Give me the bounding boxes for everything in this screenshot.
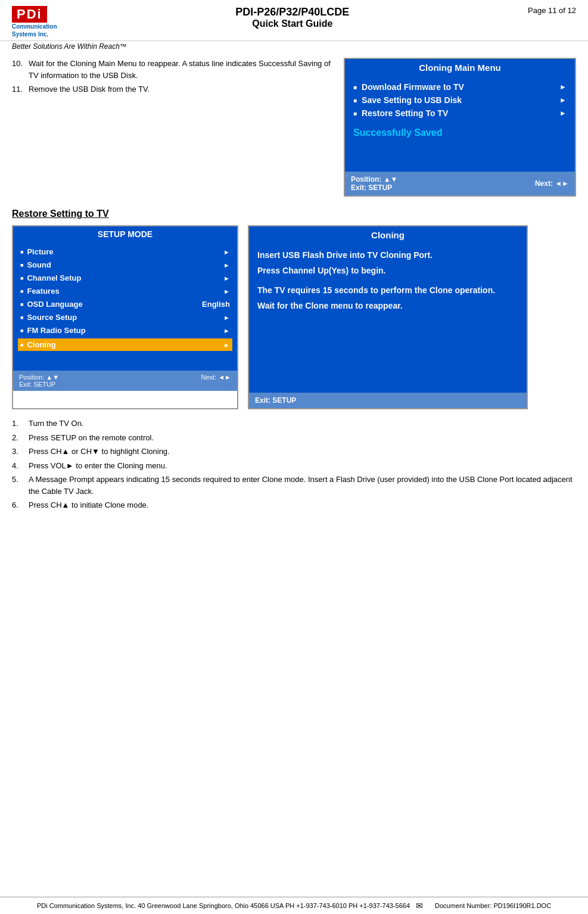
cloning-screen-body: Insert USB Flash Drive into TV Cloning P… [249, 244, 527, 375]
restore-step-2: 2. Press SETUP on the remote control. [12, 432, 576, 444]
product-title: PDI-P26/P32/P40LCDE [57, 6, 528, 18]
s-arrow-7: ► [223, 327, 230, 334]
cloning-menu-body: ■ Download Firmware to TV ► ■ Save Setti… [345, 76, 575, 172]
setup-item-features: ■ Features ► [20, 286, 230, 296]
setup-osd-value: English [202, 300, 230, 309]
setup-footer-left: Position: ▲▼ Exit: SETUP [19, 374, 59, 388]
setup-footer-exit: Exit: SETUP [19, 381, 59, 388]
setup-source-label: Source Setup [27, 313, 223, 322]
cloning-screen: Cloning Insert USB Flash Drive into TV C… [248, 225, 528, 409]
setup-item-source: ■ Source Setup ► [20, 312, 230, 322]
setup-footer-right: Next: ◄► [201, 374, 231, 388]
s5-text: A Message Prompt appears indicating 15 s… [29, 474, 576, 497]
restore-section-heading: Restore Setting to TV [12, 209, 576, 219]
footer-next: Next: ◄► [535, 179, 569, 188]
restore-step-5: 5. A Message Prompt appears indicating 1… [12, 474, 576, 497]
restore-step-1: 1. Turn the TV On. [12, 418, 576, 430]
setup-item-channel: ■ Channel Setup ► [20, 273, 230, 283]
cloning-line3: The TV requires 15 seconds to perform th… [257, 285, 518, 297]
cloning-line4: Wait for the Clone menu to reappear. [257, 300, 518, 312]
page-footer: PDi Communication Systems, Inc. 40 Green… [0, 897, 588, 914]
s-arrow-6: ► [223, 314, 230, 321]
s4-num: 4. [12, 460, 24, 472]
step-10-text: Wait for the Cloning Main Menu to reappe… [29, 58, 332, 81]
s5-num: 5. [12, 474, 24, 497]
setup-item-fm: ■ FM Radio Setup ► [20, 325, 230, 335]
setup-cloning-label: Cloning [27, 340, 223, 349]
s3-text: Press CH▲ or CH▼ to highlight Cloning. [29, 446, 576, 458]
setup-fm-label: FM Radio Setup [27, 326, 223, 335]
setup-mode-title: SETUP MODE [13, 226, 237, 242]
setup-channel-label: Channel Setup [27, 273, 223, 282]
setup-item-osd: ■ OSD Language English [20, 299, 230, 309]
section1-row: 10. Wait for the Cloning Main Menu to re… [12, 58, 576, 197]
screen-footer-1: Position: ▲▼ Exit: SETUP Next: ◄► [345, 172, 575, 195]
s-bullet-3: ■ [20, 275, 23, 281]
page-header: PDi CommunicationSystems Inc. PDI-P26/P3… [0, 0, 588, 41]
doc-number: Document Number: PD196I190R1.DOC [435, 902, 551, 909]
setup-footer-position: Position: ▲▼ [19, 374, 59, 381]
s-arrow-1: ► [223, 248, 230, 256]
two-screens-row: SETUP MODE ■ Picture ► ■ Sound ► ■ Chann… [12, 225, 576, 409]
s4-text: Press VOL► to enter the Cloning menu. [29, 460, 576, 472]
cloning-menu-title: Cloning Main Menu [345, 59, 575, 76]
restore-steps: 1. Turn the TV On. 2. Press SETUP on the… [12, 418, 576, 511]
setup-sound-label: Sound [27, 260, 223, 269]
bullet-icon: ■ [353, 84, 357, 91]
setup-osd-label: OSD Language [27, 300, 202, 309]
s3-num: 3. [12, 446, 24, 458]
s-bullet-8: ■ [20, 342, 23, 348]
restore-step-4: 4. Press VOL► to enter the Cloning menu. [12, 460, 576, 472]
s-bullet-6: ■ [20, 315, 23, 321]
tv-screen-cloning-main: Cloning Main Menu ■ Download Firmware to… [344, 58, 576, 197]
footer-address: PDi Communication Systems, Inc. 40 Green… [37, 902, 410, 909]
setup-mode-body: ■ Picture ► ■ Sound ► ■ Channel Setup ► [13, 242, 237, 359]
setup-picture-label: Picture [27, 247, 223, 256]
logo-company-name: CommunicationSystems Inc. [12, 23, 57, 38]
step-11-num: 11. [12, 83, 24, 95]
cloning-line1: Insert USB Flash Drive into TV Cloning P… [257, 250, 518, 262]
bullet-icon-3: ■ [353, 110, 357, 117]
s-arrow-2: ► [223, 262, 230, 269]
footer-position-exit: Position: ▲▼ Exit: SETUP [351, 175, 397, 192]
restore-step-3: 3. Press CH▲ or CH▼ to highlight Cloning… [12, 446, 576, 458]
cloning-line2: Press Channel Up(Yes) to begin. [257, 265, 518, 277]
s1-text: Turn the TV On. [29, 418, 576, 430]
main-content: 10. Wait for the Cloning Main Menu to re… [0, 52, 588, 520]
cloning-screen-title: Cloning [249, 226, 527, 244]
status-saved: Successfully Saved [353, 128, 567, 138]
s6-num: 6. [12, 499, 24, 511]
s2-num: 2. [12, 432, 24, 444]
s1-num: 1. [12, 418, 24, 430]
menu-item-restore-label: Restore Setting To TV [362, 108, 559, 118]
setup-item-cloning: ■ Cloning ► [18, 338, 232, 351]
s-arrow-4: ► [223, 288, 230, 295]
section1-text: 10. Wait for the Cloning Main Menu to re… [12, 58, 332, 98]
cloning-footer-exit: Exit: SETUP [255, 396, 296, 405]
menu-item-save: ■ Save Setting to USB Disk ► [353, 95, 567, 105]
s-bullet-4: ■ [20, 288, 23, 294]
document-title: PDI-P26/P32/P40LCDE Quick Start Guide [57, 6, 528, 29]
s-bullet-1: ■ [20, 249, 23, 255]
s-arrow-8: ► [223, 341, 230, 349]
setup-item-sound: ■ Sound ► [20, 260, 230, 270]
menu-item-download: ■ Download Firmware to TV ► [353, 82, 567, 92]
bullet-icon-2: ■ [353, 97, 357, 104]
envelope-icon: ✉ [416, 901, 423, 910]
s-bullet-7: ■ [20, 328, 23, 334]
menu-item-restore: ■ Restore Setting To TV ► [353, 108, 567, 118]
s-bullet-5: ■ [20, 301, 23, 307]
step-10: 10. Wait for the Cloning Main Menu to re… [12, 58, 332, 81]
setup-features-label: Features [27, 287, 223, 296]
setup-item-picture: ■ Picture ► [20, 247, 230, 257]
s-arrow-3: ► [223, 275, 230, 282]
footer-position: Position: ▲▼ [351, 175, 397, 184]
logo-pdi-text: PDi [12, 6, 47, 23]
s6-text: Press CH▲ to initiate Clone mode. [29, 499, 576, 511]
arrow-icon-1: ► [559, 83, 567, 91]
cloning-main-menu-screen: Cloning Main Menu ■ Download Firmware to… [344, 58, 576, 197]
tagline: Better Solutions Are Within Reach™ [0, 41, 588, 52]
cloning-footer: Exit: SETUP [249, 393, 527, 408]
menu-item-download-label: Download Firmware to TV [362, 82, 559, 92]
step-10-num: 10. [12, 58, 24, 81]
